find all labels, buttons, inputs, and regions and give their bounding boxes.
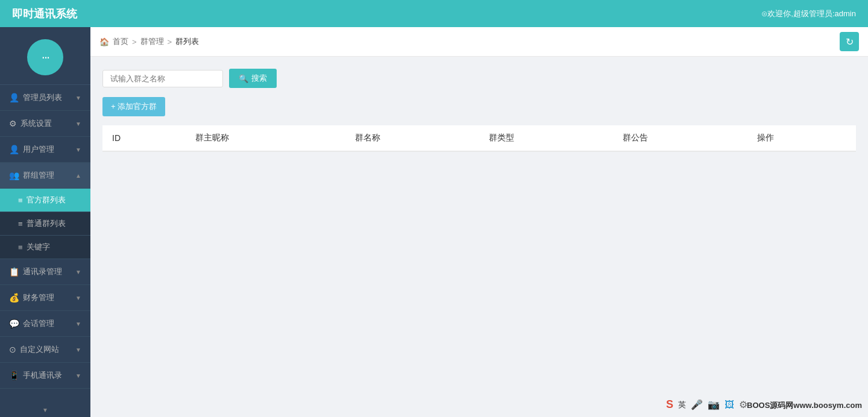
col-action: 操作 <box>747 125 856 151</box>
main-content: 🏠 首页 > 群管理 > 群列表 ↻ 🔍 搜索 + 添 <box>90 27 868 417</box>
home-icon: 🏠 <box>99 37 109 46</box>
sidebar-item-contacts[interactable]: 📋 通讯录管理 <box>0 259 90 285</box>
submenu-icon-normal: ≡ <box>18 219 23 228</box>
sidebar-label-finance: 财务管理 <box>23 292 54 303</box>
sidebar-label-settings: 系统设置 <box>20 118 52 129</box>
mobile-icon: 📱 <box>9 371 19 380</box>
chevron-site <box>75 346 81 353</box>
layout: ··· 👤 管理员列表 ⚙ 系统设置 <box>0 27 868 417</box>
sidebar-logo: ··· <box>0 27 90 85</box>
chevron-finance <box>75 295 81 301</box>
breadcrumb-sep1: > <box>132 37 137 46</box>
breadcrumb-parent[interactable]: 群管理 <box>140 36 164 47</box>
search-icon: 🔍 <box>239 74 248 83</box>
search-button-label: 搜索 <box>251 73 267 84</box>
sidebar-label-mobile-contacts: 手机通讯录 <box>23 370 62 381</box>
header-right: ⊙欢迎你,超级管理员:admin <box>761 8 856 19</box>
refresh-button[interactable]: ↻ <box>840 32 859 51</box>
chevron-contacts <box>75 269 81 275</box>
add-official-group-button[interactable]: + 添加官方群 <box>102 97 165 116</box>
sidebar-menu: 👤 管理员列表 ⚙ 系统设置 👤 用户管理 <box>0 85 90 403</box>
sidebar-item-finance[interactable]: 💰 财务管理 <box>0 285 90 311</box>
sidebar-label-admin: 管理员列表 <box>23 92 62 103</box>
group-table: ID 群主昵称 群名称 群类型 群公告 操作 <box>102 125 856 152</box>
chevron-user <box>75 146 81 153</box>
submenu-icon-keyword: ≡ <box>18 243 23 252</box>
col-announcement: 群公告 <box>613 125 747 151</box>
search-button[interactable]: 🔍 搜索 <box>229 69 277 88</box>
site-icon: ⊙ <box>9 345 16 354</box>
content-area: 🔍 搜索 + 添加官方群 ID 群主昵称 群名称 <box>90 57 868 417</box>
session-icon: 💬 <box>9 319 19 328</box>
add-button-row: + 添加官方群 <box>102 97 856 116</box>
sidebar-item-session[interactable]: 💬 会话管理 <box>0 311 90 337</box>
admin-icon: 👤 <box>9 93 19 102</box>
wm-icon-img: 🖼 <box>725 400 734 410</box>
settings-icon: ⚙ <box>9 119 17 128</box>
wm-icon-settings: ⚙ <box>739 399 747 410</box>
sidebar-item-official-group[interactable]: ≡ 官方群列表 <box>0 189 90 212</box>
breadcrumb-current: 群列表 <box>175 36 199 47</box>
watermark-text: BOOS源码网www.boosym.com <box>747 401 862 410</box>
sidebar-label-normal-group: 普通群列表 <box>27 218 66 229</box>
chevron-admin <box>75 95 81 101</box>
sidebar-item-custom-site[interactable]: ⊙ 自定义网站 <box>0 337 90 363</box>
sidebar-scroll-indicator: ▼ <box>0 403 90 417</box>
col-id: ID <box>102 125 186 151</box>
submenu-icon-official: ≡ <box>18 196 23 205</box>
table-header: ID 群主昵称 群名称 群类型 群公告 操作 <box>102 125 856 151</box>
sidebar-label-custom-site: 自定义网站 <box>20 344 59 355</box>
sidebar-label-official-group: 官方群列表 <box>27 195 66 205</box>
sidebar-item-system-settings[interactable]: ⚙ 系统设置 <box>0 111 90 137</box>
col-type: 群类型 <box>479 125 613 151</box>
logo-circle: ··· <box>27 39 63 75</box>
breadcrumb: 🏠 首页 > 群管理 > 群列表 <box>99 36 199 47</box>
group-icon: 👥 <box>9 171 19 180</box>
wm-icon-en: 英 <box>678 400 686 410</box>
sidebar-item-normal-group[interactable]: ≡ 普通群列表 <box>0 212 90 236</box>
sidebar-label-group: 群组管理 <box>23 170 54 181</box>
wm-icon-camera: 📷 <box>708 399 720 410</box>
toolbar: 🔍 搜索 <box>102 69 856 88</box>
user-icon: 👤 <box>9 145 19 154</box>
chevron-group <box>75 172 81 179</box>
sidebar-label-user: 用户管理 <box>23 144 54 155</box>
chevron-mobile <box>75 372 81 379</box>
sidebar-item-admin-list[interactable]: 👤 管理员列表 <box>0 85 90 111</box>
table-container: ID 群主昵称 群名称 群类型 群公告 操作 <box>102 125 856 152</box>
sidebar-label-keyword: 关键字 <box>27 242 50 252</box>
sidebar-item-group-manage[interactable]: 👥 群组管理 <box>0 163 90 189</box>
sidebar-label-contacts: 通讯录管理 <box>23 266 62 277</box>
finance-icon: 💰 <box>9 293 19 303</box>
welcome-text: ⊙欢迎你,超级管理员:admin <box>761 8 856 19</box>
app-header: 即时通讯系统 ⊙欢迎你,超级管理员:admin <box>0 0 868 27</box>
add-button-label: + 添加官方群 <box>111 101 157 112</box>
breadcrumb-home[interactable]: 首页 <box>113 36 128 47</box>
sidebar-item-mobile-contacts[interactable]: 📱 手机通讯录 <box>0 363 90 389</box>
app-title: 即时通讯系统 <box>12 7 77 21</box>
col-name: 群名称 <box>345 125 479 151</box>
chevron-session <box>75 321 81 327</box>
sidebar-item-user-manage[interactable]: 👤 用户管理 <box>0 137 90 163</box>
sidebar-label-session: 会话管理 <box>23 318 54 329</box>
chevron-settings <box>75 121 81 127</box>
search-input[interactable] <box>102 70 223 87</box>
logo-icon: ··· <box>42 49 49 65</box>
sidebar-item-keyword[interactable]: ≡ 关键字 <box>0 236 90 259</box>
wm-icon-mic: 🎤 <box>691 399 703 410</box>
sidebar: ··· 👤 管理员列表 ⚙ 系统设置 <box>0 27 90 417</box>
col-owner: 群主昵称 <box>186 125 345 151</box>
watermark: BOOS源码网www.boosym.com <box>747 400 862 411</box>
breadcrumb-sep2: > <box>168 37 172 46</box>
bottom-icons: S 英 🎤 📷 🖼 ⚙ <box>666 398 747 411</box>
wm-icon-s: S <box>666 398 673 411</box>
contacts-icon: 📋 <box>9 267 19 277</box>
